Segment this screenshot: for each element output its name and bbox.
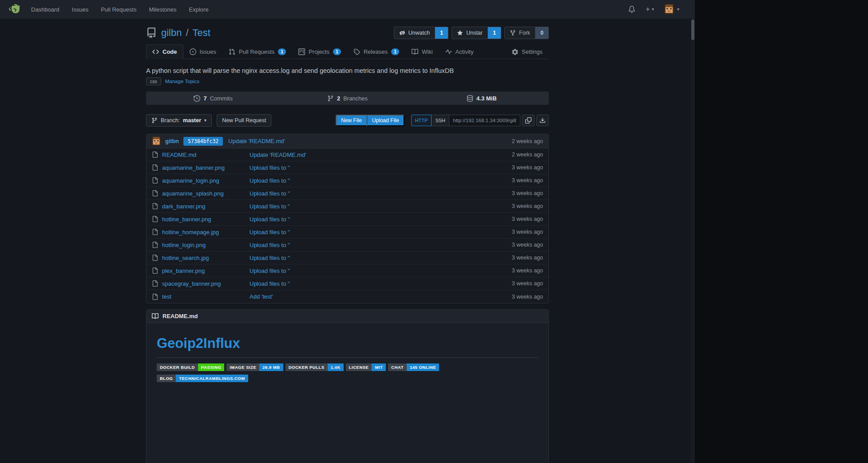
branches-label: Branches xyxy=(343,95,368,102)
fork-button-group: Fork 0 xyxy=(504,27,549,39)
tab-activity[interactable]: Activity xyxy=(439,44,480,59)
file-name-link[interactable]: dark_banner.png xyxy=(162,203,206,210)
upload-file-button[interactable]: Upload File xyxy=(367,115,404,126)
new-pull-request-label: New Pull Request xyxy=(222,117,266,124)
repo-name-link[interactable]: Test xyxy=(193,27,210,39)
file-name-link[interactable]: plex_banner.png xyxy=(162,267,205,274)
badge-row-2: BLOG TECHNICALRAMBLINGS.COM xyxy=(157,375,538,382)
badge-docker-build[interactable]: DOCKER BUILD PASSING xyxy=(157,363,224,371)
stat-commits[interactable]: 7 Commits xyxy=(146,92,280,105)
file-row: dark_banner.png Upload files to '' 3 wee… xyxy=(147,200,548,213)
file-name-link[interactable]: hotline_search.jpg xyxy=(162,255,209,261)
topic-chip[interactable]: css xyxy=(146,77,161,85)
file-commit-message-link[interactable]: Add 'test' xyxy=(250,293,512,300)
manage-topics-link[interactable]: Manage Topics xyxy=(165,79,199,84)
http-toggle-button[interactable]: HTTP xyxy=(411,115,432,126)
file-name-link[interactable]: aquamarine_banner.png xyxy=(162,164,225,171)
history-clock-icon xyxy=(194,95,200,102)
file-name-link[interactable]: aquamarine_splash.png xyxy=(162,190,224,197)
topics-row: css Manage Topics xyxy=(146,77,549,85)
file-commit-message-link[interactable]: Upload files to '' xyxy=(250,177,512,184)
file-name-link[interactable]: hotline_banner.png xyxy=(162,216,211,223)
badge-docker-pulls[interactable]: DOCKER PULLS 1.4K xyxy=(285,363,344,371)
file-commit-message-link[interactable]: Upload files to '' xyxy=(250,255,512,261)
new-pull-request-button[interactable]: New Pull Request xyxy=(217,114,271,127)
file-commit-message-link[interactable]: Upload files to '' xyxy=(250,164,512,171)
file-name-link[interactable]: aquamarine_login.png xyxy=(162,177,219,184)
tab-settings[interactable]: Settings xyxy=(506,44,549,59)
file-commit-message-link[interactable]: Upload files to '' xyxy=(250,280,512,287)
tab-releases[interactable]: Releases 1 xyxy=(347,44,405,59)
watchers-count[interactable]: 1 xyxy=(435,27,448,39)
tab-code[interactable]: Code xyxy=(146,44,183,59)
badge-license[interactable]: LICENSE MIT xyxy=(346,363,386,371)
commit-sha-badge[interactable]: 57384bfc32 xyxy=(183,137,223,146)
unwatch-button[interactable]: Unwatch xyxy=(394,27,436,39)
new-file-button[interactable]: New File xyxy=(336,115,367,126)
unstar-label: Unstar xyxy=(466,30,483,36)
file-icon xyxy=(152,280,158,287)
file-row: aquamarine_login.png Upload files to '' … xyxy=(147,174,548,187)
download-icon xyxy=(539,117,546,124)
create-new-menu[interactable]: + ▾ xyxy=(646,5,654,14)
badge-value: 145 ONLINE xyxy=(407,363,439,371)
commit-author-link[interactable]: gilbn xyxy=(165,138,179,144)
commit-message-link[interactable]: Update 'README.md' xyxy=(228,138,285,144)
forks-count[interactable]: 0 xyxy=(535,27,549,39)
unwatch-label: Unwatch xyxy=(408,30,430,36)
bell-icon[interactable] xyxy=(628,6,635,13)
badge-chat[interactable]: CHAT 145 ONLINE xyxy=(388,363,439,371)
file-name-link[interactable]: test xyxy=(162,293,171,300)
nav-explore[interactable]: Explore xyxy=(189,6,209,13)
file-name-link[interactable]: README.md xyxy=(162,152,196,158)
nav-dashboard[interactable]: Dashboard xyxy=(31,6,59,13)
branch-dropdown[interactable]: Branch: master ▾ xyxy=(146,114,212,127)
file-commit-message-link[interactable]: Upload files to '' xyxy=(250,229,512,235)
releases-count-badge: 1 xyxy=(391,48,399,56)
project-board-icon xyxy=(298,48,305,55)
file-commit-message-link[interactable]: Upload files to '' xyxy=(250,203,512,210)
download-button[interactable] xyxy=(536,115,549,126)
tag-icon xyxy=(353,48,360,55)
file-commit-age: 3 weeks ago xyxy=(512,229,543,235)
scrollbar[interactable] xyxy=(691,19,695,463)
badge-image-size[interactable]: IMAGE SIZE 26.9 MB xyxy=(226,363,283,371)
nav-pull-requests[interactable]: Pull Requests xyxy=(101,6,136,13)
tab-projects[interactable]: Projects 1 xyxy=(292,44,347,59)
file-table: gilbn 57384bfc32 Update 'README.md' 2 we… xyxy=(146,134,549,303)
fork-icon xyxy=(510,30,516,36)
stat-branches[interactable]: 2 Branches xyxy=(280,92,414,105)
file-commit-message-link[interactable]: Upload files to '' xyxy=(250,190,512,197)
clone-url-input[interactable] xyxy=(449,115,520,126)
fork-button[interactable]: Fork xyxy=(504,27,535,39)
badge-blog[interactable]: BLOG TECHNICALRAMBLINGS.COM xyxy=(157,375,248,382)
tab-issues[interactable]: Issues xyxy=(183,44,223,59)
scrollbar-thumb[interactable] xyxy=(691,20,694,40)
copy-url-button[interactable] xyxy=(522,115,535,126)
file-commit-message-link[interactable]: Upload files to '' xyxy=(250,267,512,274)
stars-count[interactable]: 1 xyxy=(488,27,501,39)
file-commit-message-link[interactable]: Update 'README.md' xyxy=(250,152,512,158)
file-name-link[interactable]: spacegray_banner.png xyxy=(162,280,221,287)
nav-milestones[interactable]: Milestones xyxy=(149,6,176,13)
unstar-button[interactable]: Unstar xyxy=(452,27,488,39)
badge-value: 1.4K xyxy=(328,363,344,371)
file-icon xyxy=(152,294,158,300)
gitea-logo-icon[interactable] xyxy=(8,3,22,16)
file-row: spacegray_banner.png Upload files to '' … xyxy=(147,277,548,290)
user-menu[interactable]: ▾ xyxy=(664,4,679,14)
ssh-toggle-button[interactable]: SSH xyxy=(432,115,449,126)
readme-section: README.md Geoip2Influx DOCKER BUILD PASS… xyxy=(146,309,549,463)
file-name-link[interactable]: hotline_login.png xyxy=(162,242,206,248)
file-commit-message-link[interactable]: Upload files to '' xyxy=(250,216,512,223)
file-commit-message-link[interactable]: Upload files to '' xyxy=(250,242,512,248)
file-name-link[interactable]: hotline_homepage.jpg xyxy=(162,229,219,235)
file-row: aquamarine_splash.png Upload files to ''… xyxy=(147,187,548,200)
nav-issues[interactable]: Issues xyxy=(72,6,89,13)
repo-owner-link[interactable]: gilbn xyxy=(161,27,182,39)
tab-pull-requests[interactable]: Pull Requests 1 xyxy=(222,44,292,59)
avatar[interactable] xyxy=(152,137,161,146)
tab-wiki[interactable]: Wiki xyxy=(405,44,439,59)
readme-header: README.md xyxy=(147,310,548,323)
commit-age: 2 weeks ago xyxy=(512,138,543,144)
